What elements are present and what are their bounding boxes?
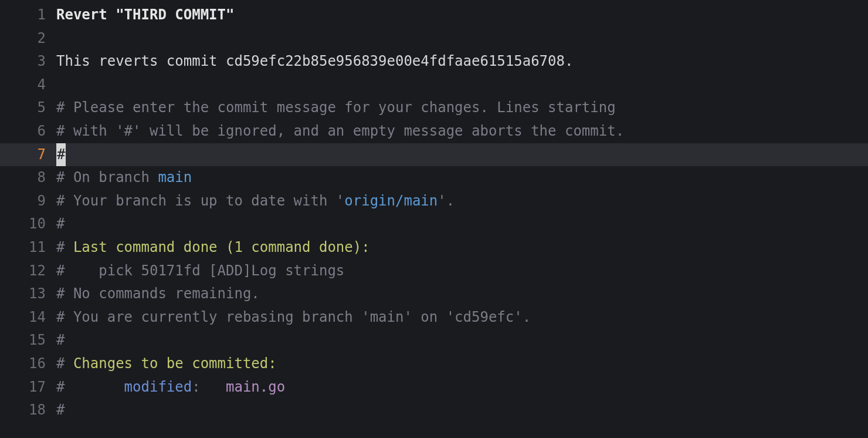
code-segment: # [56,309,65,325]
editor-line[interactable]: 11# Last command done (1 command done): [0,236,868,260]
line-content[interactable]: # No commands remaining. [56,282,868,306]
code-segment: # [56,262,65,279]
line-number: 16 [0,352,56,376]
code-segment: # [56,215,65,232]
line-number: 7 [0,143,56,167]
code-segment: # [56,402,65,418]
code-segment: # [56,239,65,255]
line-content[interactable]: # [56,399,868,422]
line-number: 18 [0,399,56,422]
code-segment: # [56,332,65,348]
line-content[interactable]: # Last command done (1 command done): [56,236,868,260]
line-content[interactable]: # [56,213,868,236]
code-segment: '. [438,193,455,209]
code-segment: You are currently rebasing branch 'main'… [65,309,531,325]
code-segment: pick 50171fd [ADD]Log strings [65,262,344,279]
line-content[interactable]: # [56,329,868,352]
line-number: 9 [0,190,56,213]
code-segment: modified [124,379,192,395]
line-number: 5 [0,96,56,120]
line-number: 12 [0,260,56,283]
code-segment: # [56,355,65,372]
code-segment: # [56,99,65,116]
editor-line[interactable]: 3This reverts commit cd59efc22b85e956839… [0,50,868,73]
editor-line[interactable]: 15# [0,329,868,352]
line-content[interactable]: # You are currently rebasing branch 'mai… [56,306,868,329]
line-content[interactable]: # modified: main.go [56,376,868,399]
line-number: 4 [0,73,56,97]
code-segment: No commands remaining. [65,285,259,302]
code-segment: # [56,143,66,167]
line-content[interactable]: This reverts commit cd59efc22b85e956839e… [56,50,868,73]
editor-line[interactable]: 10# [0,213,868,236]
editor-line[interactable]: 9# Your branch is up to date with 'origi… [0,190,868,213]
editor-line[interactable]: 6# with '#' will be ignored, and an empt… [0,120,868,143]
editor-line[interactable]: 16# Changes to be committed: [0,352,868,376]
editor-line[interactable]: 12# pick 50171fd [ADD]Log strings [0,260,868,283]
code-segment: main.go [226,379,285,395]
code-segment: : [192,379,226,395]
code-segment: # [56,285,65,302]
code-segment: Last command done (1 command done): [65,239,369,255]
editor-line[interactable]: 8# On branch main [0,166,868,190]
code-segment: On branch [65,169,158,186]
line-number: 3 [0,50,56,73]
editor-line[interactable]: 17# modified: main.go [0,376,868,399]
line-number: 1 [0,4,56,27]
code-segment: This reverts commit cd59efc22b85e956839e… [56,53,573,69]
line-number: 8 [0,166,56,190]
code-segment: # [56,169,65,186]
code-segment [65,379,124,395]
code-segment: # [56,123,65,139]
code-segment: origin/main [344,193,438,209]
line-number: 15 [0,329,56,352]
line-content[interactable]: # pick 50171fd [ADD]Log strings [56,260,868,283]
line-content[interactable]: # Changes to be committed: [56,352,868,376]
code-segment: main [158,169,192,186]
line-number: 11 [0,236,56,260]
code-segment: Please enter the commit message for your… [65,99,615,116]
editor-line[interactable]: 1Revert "THIRD COMMIT" [0,4,868,27]
code-segment: Changes to be committed: [65,355,276,372]
editor-line[interactable]: 18# [0,399,868,422]
line-content[interactable]: Revert "THIRD COMMIT" [56,4,868,27]
code-segment: Your branch is up to date with ' [65,193,344,209]
line-content[interactable]: # Please enter the commit message for yo… [56,96,868,120]
line-content[interactable]: # with '#' will be ignored, and an empty… [56,120,868,143]
editor-pane[interactable]: 1Revert "THIRD COMMIT"23This reverts com… [0,4,868,422]
line-number: 14 [0,306,56,329]
line-number: 6 [0,120,56,143]
editor-line[interactable]: 4 [0,73,868,97]
code-segment: Revert "THIRD COMMIT" [56,6,234,23]
line-content[interactable]: # [56,143,868,167]
editor-line[interactable]: 7# [0,143,868,167]
line-content[interactable]: # Your branch is up to date with 'origin… [56,190,868,213]
code-segment: # [56,193,65,209]
editor-line[interactable]: 2 [0,27,868,50]
line-number: 13 [0,282,56,306]
code-segment: # [56,379,65,395]
editor-line[interactable]: 13# No commands remaining. [0,282,868,306]
line-number: 17 [0,376,56,399]
editor-line[interactable]: 14# You are currently rebasing branch 'm… [0,306,868,329]
line-number: 2 [0,27,56,50]
line-number: 10 [0,213,56,236]
editor-line[interactable]: 5# Please enter the commit message for y… [0,96,868,120]
line-content[interactable]: # On branch main [56,166,868,190]
code-segment: with '#' will be ignored, and an empty m… [65,123,624,139]
